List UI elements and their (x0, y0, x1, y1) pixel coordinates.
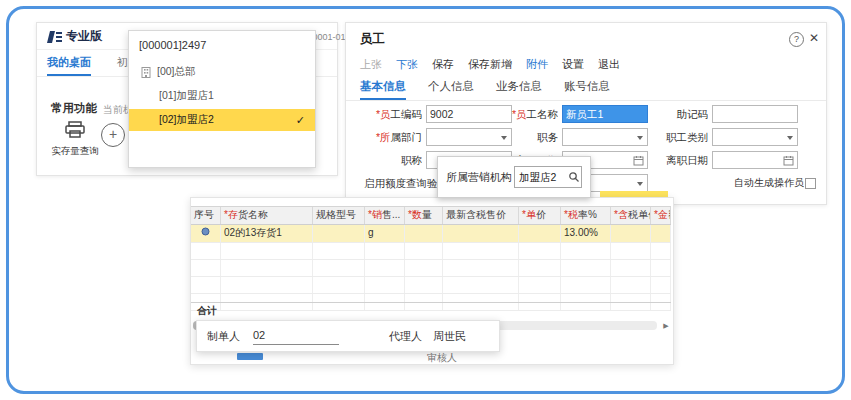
menu-next[interactable]: 下张 (396, 57, 418, 72)
empty-cell (611, 277, 651, 293)
emp-category-label: 职工类别 (652, 128, 708, 146)
empty-cell (221, 243, 313, 259)
inventory-table: 序号 *存货名称 规格型号 *销售... *数量 最新含税售价 *单价 *税率%… (191, 206, 671, 311)
job-title-label: 职称 (348, 151, 422, 169)
empty-cell (443, 260, 519, 276)
empty-cell (191, 243, 221, 259)
menu-exit[interactable]: 退出 (598, 57, 620, 72)
col-header-tax-price[interactable]: *含税单价 (611, 207, 651, 224)
dropdown-account-title: [000001]2497 (139, 39, 206, 51)
col-header-spec[interactable]: 规格型号 (313, 207, 365, 224)
empty-cell (519, 260, 561, 276)
sales-unit-cell: g (365, 225, 405, 242)
org-item-label: [02]加盟店2 (159, 113, 214, 127)
empty-cell (191, 260, 221, 276)
empty-cell (313, 277, 365, 293)
row-seq-cell (191, 225, 221, 242)
app-logo: 专业版 (47, 28, 102, 45)
tab-my-desktop[interactable]: 我的桌面 (47, 55, 91, 76)
table-row-empty[interactable] (191, 260, 671, 277)
latest-price-cell (443, 225, 519, 242)
calendar-icon (783, 155, 794, 166)
org-item-store2-selected[interactable]: [02]加盟店2 ✓ (129, 109, 315, 131)
section-common-functions: 常用功能 (51, 101, 97, 116)
emp-name-input[interactable]: 新员工1 (562, 105, 648, 123)
duty-select[interactable] (562, 128, 648, 146)
empty-cell (365, 277, 405, 293)
calendar-icon (633, 155, 644, 166)
menu-save-new[interactable]: 保存新增 (468, 57, 512, 72)
empty-cell (221, 260, 313, 276)
table-row-empty[interactable] (191, 243, 671, 260)
screenshot-root: 专业版 [000001]2497 ∧ 2021-10-11 有效期 0001-0… (0, 0, 851, 400)
chevron-down-icon (637, 182, 643, 186)
emp-code-value: 9002 (430, 108, 453, 120)
table-total-row: 合计 (191, 302, 671, 318)
window-title: 员工 (360, 31, 385, 48)
inventory-name-cell: 02的13存货1 (221, 225, 313, 242)
emp-name-value: 新员工1 (566, 108, 603, 120)
empty-cell (519, 277, 561, 293)
menu-prev[interactable]: 上张 (360, 57, 382, 72)
duty-label: 职务 (496, 128, 558, 146)
org-item-store1[interactable]: [01]加盟店1 (129, 85, 315, 107)
lookup-value: 加盟店2 (519, 171, 556, 183)
tab-business-info[interactable]: 业务信息 (496, 79, 542, 98)
mnemonic-input[interactable] (712, 105, 798, 123)
maker-agent-box: 制单人 02 代理人 周世民 (196, 320, 500, 352)
maker-value-input[interactable]: 02 (253, 329, 339, 345)
leave-date-input[interactable] (712, 151, 798, 169)
empty-cell (611, 260, 651, 276)
menu-attachment[interactable]: 附件 (526, 57, 548, 72)
employee-menu-bar: 上张 下张 保存 保存新增 附件 设置 退出 (360, 57, 620, 72)
auto-operator-label: 自动生成操作员 (734, 174, 804, 192)
col-header-unit-price[interactable]: *单价 (519, 207, 561, 224)
empty-cell (405, 243, 443, 259)
col-header-latest-price[interactable]: 最新含税售价 (443, 207, 519, 224)
table-row-empty[interactable] (191, 277, 671, 294)
maker-label: 制单人 (207, 329, 240, 344)
marketing-org-lookup-popup: 所属营销机构 加盟店2 (437, 156, 591, 198)
menu-settings[interactable]: 设置 (562, 57, 584, 72)
empty-cell (519, 243, 561, 259)
mnemonic-label: 助记码 (652, 105, 708, 123)
col-header-quantity[interactable]: *数量 (405, 207, 443, 224)
col-header-inventory-name[interactable]: *存货名称 (221, 207, 313, 224)
add-shortcut-button[interactable]: + (101, 123, 125, 147)
emp-category-select[interactable] (712, 128, 798, 146)
org-item-headquarters[interactable]: [00]总部 (129, 61, 315, 83)
col-header-sales-unit[interactable]: *销售... (365, 207, 405, 224)
printer-report-icon (64, 121, 86, 139)
search-icon[interactable] (568, 171, 580, 183)
col-header-amount[interactable]: *金额 (651, 207, 671, 224)
empty-cell (561, 243, 611, 259)
auto-operator-checkbox[interactable] (805, 178, 816, 189)
menu-save[interactable]: 保存 (432, 57, 454, 72)
unit-price-cell (519, 225, 561, 242)
leave-date-label: 离职日期 (652, 151, 708, 169)
tab-basic-info[interactable]: 基本信息 (360, 79, 406, 100)
agent-value[interactable]: 周世民 (433, 329, 466, 344)
cut-off-text (237, 353, 263, 360)
tab-personal-info[interactable]: 个人信息 (428, 79, 474, 98)
reviewer-label: 审核人 (427, 351, 457, 365)
empty-cell (313, 260, 365, 276)
close-button[interactable]: ✕ (809, 31, 819, 45)
col-header-seq[interactable]: 序号 (191, 207, 221, 224)
empty-cell (405, 260, 443, 276)
scrollbar-right-arrow[interactable]: ▶ (661, 321, 671, 330)
table-header-row: 序号 *存货名称 规格型号 *销售... *数量 最新含税售价 *单价 *税率%… (191, 206, 671, 225)
tab-account-info[interactable]: 账号信息 (564, 79, 610, 98)
help-button[interactable]: ? (789, 32, 804, 47)
shortcut-inventory-query[interactable]: 实存量查询 (43, 121, 107, 158)
quantity-cell (405, 225, 443, 242)
credit-check-label: 启用额度查询验密 (346, 174, 448, 192)
col-header-tax-rate[interactable]: *税率% (561, 207, 611, 224)
tax-price-cell (611, 225, 651, 242)
empty-cell (365, 243, 405, 259)
question-icon: ? (794, 34, 799, 44)
empty-cell (611, 243, 651, 259)
lookup-input[interactable]: 加盟店2 (514, 166, 582, 188)
table-row-selected[interactable]: 02的13存货1 g 13.00% (191, 225, 671, 243)
logo-icon (47, 30, 63, 44)
